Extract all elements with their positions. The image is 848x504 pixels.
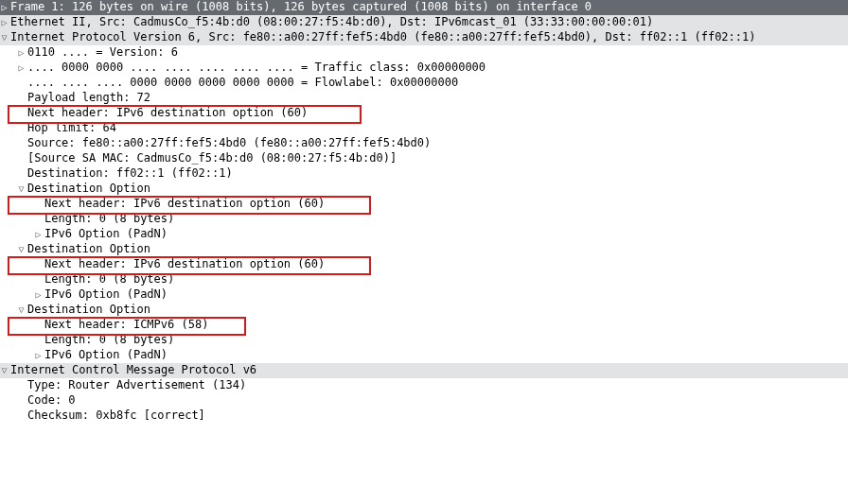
ipv6-summary-row[interactable]: Internet Protocol Version 6, Src: fe80::… (0, 30, 848, 45)
ipv6-flowlabel: .... .... .... 0000 0000 0000 0000 0000 … (27, 76, 458, 91)
ethernet-summary: Ethernet II, Src: CadmusCo_f5:4b:d0 (08:… (10, 15, 653, 30)
destopt-3-title: Destination Option (27, 303, 150, 318)
destopt-2-option-row[interactable]: IPv6 Option (PadN) (0, 287, 848, 303)
destopt-3-next-header-row[interactable]: Next header: ICMPv6 (58) (0, 318, 848, 333)
destopt-2-title: Destination Option (27, 242, 150, 257)
frame-summary: Frame 1: 126 bytes on wire (1008 bits), … (10, 0, 592, 15)
icmpv6-type: Type: Router Advertisement (134) (27, 378, 246, 393)
expand-icon[interactable] (34, 351, 43, 360)
expand-icon[interactable] (34, 230, 43, 239)
ipv6-tclass-row[interactable]: .... 0000 0000 .... .... .... .... .... … (0, 61, 848, 76)
destopt-1-option: IPv6 Option (PadN) (44, 227, 168, 242)
icmpv6-type-row[interactable]: Type: Router Advertisement (134) (0, 378, 848, 393)
expand-icon[interactable] (17, 48, 26, 58)
destopt-2-next-header: Next header: IPv6 destination option (60… (44, 257, 325, 272)
destopt-3-option-row[interactable]: IPv6 Option (PadN) (0, 348, 848, 363)
expand-icon[interactable] (0, 3, 9, 12)
destopt-1-title: Destination Option (27, 182, 150, 197)
packet-details-pane[interactable]: Frame 1: 126 bytes on wire (1008 bits), … (0, 0, 848, 424)
ipv6-payload-length-row[interactable]: Payload length: 72 (0, 91, 848, 106)
ipv6-version: 0110 .... = Version: 6 (27, 45, 178, 61)
ipv6-source-row[interactable]: Source: fe80::a00:27ff:fef5:4bd0 (fe80::… (0, 136, 848, 151)
ipv6-version-row[interactable]: 0110 .... = Version: 6 (0, 45, 848, 61)
frame-summary-row[interactable]: Frame 1: 126 bytes on wire (1008 bits), … (0, 0, 848, 15)
ipv6-source-sa-mac-row[interactable]: [Source SA MAC: CadmusCo_f5:4b:d0 (08:00… (0, 151, 848, 166)
expand-icon[interactable] (17, 63, 26, 73)
destopt-1-option-row[interactable]: IPv6 Option (PadN) (0, 227, 848, 242)
destopt-2-length-row[interactable]: Length: 0 (8 bytes) (0, 272, 848, 287)
destopt-3-length: Length: 0 (8 bytes) (44, 333, 174, 348)
collapse-icon[interactable] (0, 366, 9, 375)
collapse-icon[interactable] (17, 184, 26, 194)
ipv6-hop-limit-row[interactable]: Hop limit: 64 (0, 121, 848, 136)
ipv6-summary: Internet Protocol Version 6, Src: fe80::… (10, 30, 755, 45)
ipv6-payload-length: Payload length: 72 (27, 91, 150, 106)
icmpv6-code-row[interactable]: Code: 0 (0, 393, 848, 408)
destopt-1-next-header: Next header: IPv6 destination option (60… (44, 197, 325, 212)
icmpv6-checksum-row[interactable]: Checksum: 0xb8fc [correct] (0, 408, 848, 424)
destopt-1-title-row[interactable]: Destination Option (0, 182, 848, 197)
ipv6-flowlabel-row[interactable]: .... .... .... 0000 0000 0000 0000 0000 … (0, 76, 848, 91)
icmpv6-title: Internet Control Message Protocol v6 (10, 363, 256, 378)
icmpv6-title-row[interactable]: Internet Control Message Protocol v6 (0, 363, 848, 378)
destopt-1-next-header-row[interactable]: Next header: IPv6 destination option (60… (0, 197, 848, 212)
destopt-2-next-header-row[interactable]: Next header: IPv6 destination option (60… (0, 257, 848, 272)
destopt-2-length: Length: 0 (8 bytes) (44, 272, 174, 287)
destopt-1-length: Length: 0 (8 bytes) (44, 212, 174, 227)
ipv6-tclass: .... 0000 0000 .... .... .... .... .... … (27, 61, 486, 76)
ipv6-source-sa-mac: [Source SA MAC: CadmusCo_f5:4b:d0 (08:00… (27, 151, 397, 166)
destopt-1-length-row[interactable]: Length: 0 (8 bytes) (0, 212, 848, 227)
ethernet-summary-row[interactable]: Ethernet II, Src: CadmusCo_f5:4b:d0 (08:… (0, 15, 848, 30)
ipv6-next-header-row[interactable]: Next header: IPv6 destination option (60… (0, 106, 848, 121)
destopt-2-title-row[interactable]: Destination Option (0, 242, 848, 257)
collapse-icon[interactable] (0, 33, 9, 43)
destopt-3-title-row[interactable]: Destination Option (0, 303, 848, 318)
ipv6-source: Source: fe80::a00:27ff:fef5:4bd0 (fe80::… (27, 136, 431, 151)
collapse-icon[interactable] (17, 245, 26, 254)
icmpv6-checksum: Checksum: 0xb8fc [correct] (27, 408, 205, 424)
ipv6-destination: Destination: ff02::1 (ff02::1) (27, 166, 233, 182)
destopt-3-length-row[interactable]: Length: 0 (8 bytes) (0, 333, 848, 348)
ipv6-destination-row[interactable]: Destination: ff02::1 (ff02::1) (0, 166, 848, 182)
expand-icon[interactable] (34, 290, 43, 300)
collapse-icon[interactable] (17, 305, 26, 315)
ipv6-hop-limit: Hop limit: 64 (27, 121, 116, 136)
destopt-2-option: IPv6 Option (PadN) (44, 287, 168, 303)
icmpv6-code: Code: 0 (27, 393, 76, 408)
ipv6-next-header: Next header: IPv6 destination option (60… (27, 106, 308, 121)
destopt-3-option: IPv6 Option (PadN) (44, 348, 168, 363)
expand-icon[interactable] (0, 18, 9, 27)
destopt-3-next-header: Next header: ICMPv6 (58) (44, 318, 208, 333)
